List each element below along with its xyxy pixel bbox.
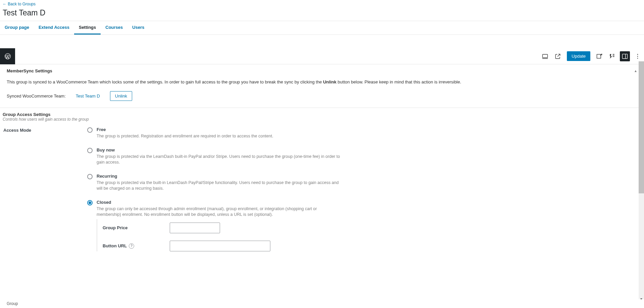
svg-point-4 <box>637 54 638 55</box>
tab-courses[interactable]: Courses <box>101 21 127 35</box>
radio-label: Closed <box>97 200 342 205</box>
edit-icon[interactable] <box>594 51 604 61</box>
membersync-description: This group is synced to a WooCommerce Te… <box>7 79 637 84</box>
membersync-title: MemberSync Settings <box>7 68 52 73</box>
view-device-icon[interactable] <box>540 51 550 61</box>
external-link-icon[interactable] <box>553 51 563 61</box>
radio-icon[interactable] <box>87 174 93 179</box>
group-price-label: Group Price <box>103 225 170 230</box>
sidebar-toggle-icon[interactable] <box>620 51 630 61</box>
svg-point-6 <box>637 58 638 59</box>
page-title: Test Team D <box>0 8 644 21</box>
radio-description: The group is protected via the built-in … <box>97 180 342 192</box>
tab-extend-access[interactable]: Extend Access <box>34 21 74 35</box>
radio-icon[interactable] <box>87 127 93 133</box>
synced-team-link[interactable]: Test Team D <box>76 94 100 99</box>
more-options-icon[interactable] <box>633 51 643 61</box>
scrollbar[interactable]: ▲ ▼ <box>639 61 644 255</box>
radio-description: The group is protected via the LearnDash… <box>97 154 342 166</box>
svg-rect-1 <box>543 54 548 58</box>
button-url-label: Button URL <box>103 243 127 248</box>
radio-label: Free <box>97 127 342 132</box>
collapse-icon[interactable]: ▲ <box>634 69 637 73</box>
access-title: Group Access Settings <box>3 112 51 117</box>
svg-point-5 <box>637 56 638 57</box>
radio-description: The group can only be accessed through a… <box>97 206 342 218</box>
tab-users[interactable]: Users <box>127 21 149 35</box>
radio-label: Recurring <box>97 174 342 179</box>
help-icon[interactable]: ? <box>129 243 134 249</box>
membersync-panel: MemberSync Settings ▲ This group is sync… <box>0 64 644 108</box>
update-button[interactable]: Update <box>567 51 590 61</box>
access-mode-recurring[interactable]: Recurring The group is protected via the… <box>87 174 342 192</box>
back-to-groups-link[interactable]: ← Back to Groups <box>3 2 36 6</box>
access-mode-closed[interactable]: Closed The group can only be accessed th… <box>87 200 342 251</box>
group-access-panel: Group Access Settings ▲ Controls how use… <box>0 108 644 255</box>
learndash-icon[interactable] <box>607 51 617 61</box>
wordpress-logo-icon[interactable] <box>0 48 15 64</box>
svg-rect-2 <box>597 54 601 58</box>
tab-group-page[interactable]: Group page <box>0 21 34 35</box>
group-price-input[interactable] <box>170 223 220 233</box>
radio-icon[interactable] <box>87 200 93 205</box>
tabs: Group page Extend Access Settings Course… <box>0 21 644 35</box>
editor-toolbar: Update <box>0 48 644 64</box>
unlink-button[interactable]: Unlink <box>110 91 132 101</box>
radio-label: Buy now <box>97 147 342 152</box>
radio-description: The group is protected. Registration and… <box>97 133 342 139</box>
access-mode-label: Access Mode <box>3 128 87 133</box>
access-mode-buy-now[interactable]: Buy now The group is protected via the L… <box>87 147 342 166</box>
access-mode-free[interactable]: Free The group is protected. Registratio… <box>87 127 342 139</box>
synced-team-label: Synced WooCommerce Team: <box>7 94 66 99</box>
radio-icon[interactable] <box>87 148 93 153</box>
access-subtitle: Controls how users will gain access to t… <box>0 117 644 124</box>
button-url-input[interactable] <box>170 241 270 251</box>
tab-settings[interactable]: Settings <box>74 21 101 35</box>
scrollbar-thumb[interactable] <box>639 61 644 193</box>
svg-rect-3 <box>623 54 628 58</box>
